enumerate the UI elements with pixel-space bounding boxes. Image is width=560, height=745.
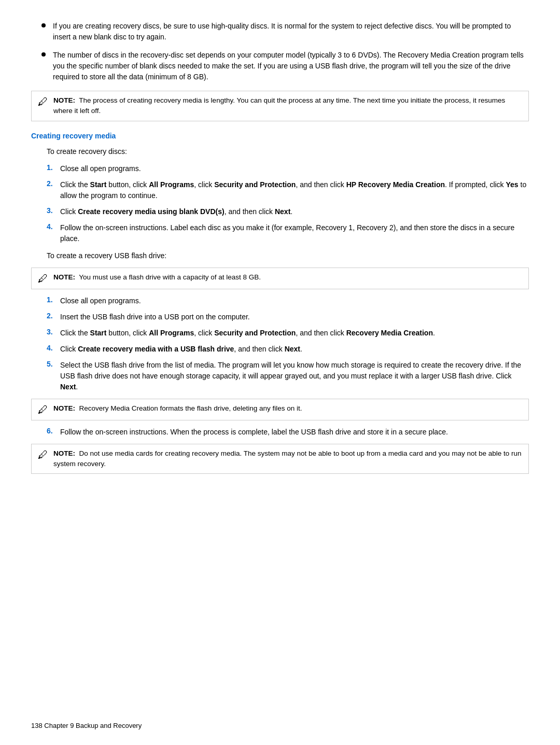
list-item: 3. Click Create recovery media using bla… [31,206,529,217]
step-num: 1. [47,163,60,172]
step-num: 2. [47,312,60,320]
bullet-text: If you are creating recovery discs, be s… [53,21,529,43]
note-label-4: NOTE: [53,449,75,457]
step-num: 4. [47,344,60,352]
step-num: 3. [47,206,60,215]
step-num: 4. [47,222,60,231]
step-num: 6. [47,427,60,435]
step-text: Click Create recovery media using blank … [60,206,292,217]
note-text-4: NOTE: Do not use media cards for creatin… [53,448,522,470]
list-item: 3. Click the Start button, click All Pro… [31,328,529,339]
note-text-2: NOTE: You must use a flash drive with a … [53,272,261,283]
list-item: 4. Follow the on-screen instructions. La… [31,222,529,244]
step-num: 3. [47,328,60,336]
list-item: If you are creating recovery discs, be s… [31,21,529,43]
list-item: 2. Insert the USB flash drive into a USB… [31,312,529,322]
note-box-3: 🖊 NOTE: Recovery Media Creation formats … [31,399,529,420]
note-body-4: Do not use media cards for creating reco… [53,449,521,468]
step-text: Click the Start button, click All Progra… [60,328,435,339]
page-content: If you are creating recovery discs, be s… [31,21,529,474]
note-label-1: NOTE: [53,96,75,104]
list-item: 1. Close all open programs. [31,163,529,174]
para2: To create a recovery USB flash drive: [31,250,529,261]
step-num: 2. [47,179,60,188]
step-num: 5. [47,360,60,368]
step-text: Follow the on-screen instructions. When … [60,427,448,438]
bullet-dot [41,23,46,27]
note-body-3: Recovery Media Creation formats the flas… [79,404,302,412]
note-icon-4: 🖊 [38,449,48,461]
page-footer: 138 Chapter 9 Backup and Recovery [31,722,142,729]
bullet-dot [41,52,46,57]
list-item: 4. Click Create recovery media with a US… [31,344,529,355]
note-label-3: NOTE: [53,404,75,412]
note-box-4: 🖊 NOTE: Do not use media cards for creat… [31,444,529,474]
step-text: Click the Start button, click All Progra… [60,179,529,201]
list-item: 6. Follow the on-screen instructions. Wh… [31,427,529,438]
bullet-list: If you are creating recovery discs, be s… [31,21,529,82]
step-text: Select the USB flash drive from the list… [60,360,529,392]
note-icon-2: 🖊 [38,273,48,285]
note-box-1: 🖊 NOTE: The process of creating recovery… [31,91,529,121]
note-body-1: The process of creating recovery media i… [53,96,505,115]
note-icon: 🖊 [38,96,48,108]
step-text: Follow the on-screen instructions. Label… [60,222,529,244]
note-text-3: NOTE: Recovery Media Creation formats th… [53,403,302,414]
usb-steps-list: 1. Close all open programs. 2. Insert th… [31,296,529,392]
list-item: The number of discs in the recovery-disc… [31,50,529,82]
usb-step6-list: 6. Follow the on-screen instructions. Wh… [31,427,529,438]
list-item: 1. Close all open programs. [31,296,529,306]
note-icon-3: 🖊 [38,404,48,416]
list-item: 2. Click the Start button, click All Pro… [31,179,529,201]
note-text-1: NOTE: The process of creating recovery m… [53,95,522,117]
step-text: Close all open programs. [60,163,141,174]
step-text: Click Create recovery media with a USB f… [60,344,302,355]
step-text: Insert the USB flash drive into a USB po… [60,312,250,322]
note-box-2: 🖊 NOTE: You must use a flash drive with … [31,268,529,289]
bullet-text: The number of discs in the recovery-disc… [53,50,529,82]
step-text: Close all open programs. [60,296,141,306]
disc-steps-list: 1. Close all open programs. 2. Click the… [31,163,529,244]
note-body-2: You must use a flash drive with a capaci… [79,273,261,281]
section-heading: Creating recovery media [31,132,529,140]
list-item: 5. Select the USB flash drive from the l… [31,360,529,392]
note-label-2: NOTE: [53,273,75,281]
step-num: 1. [47,296,60,304]
para1: To create recovery discs: [31,146,529,157]
